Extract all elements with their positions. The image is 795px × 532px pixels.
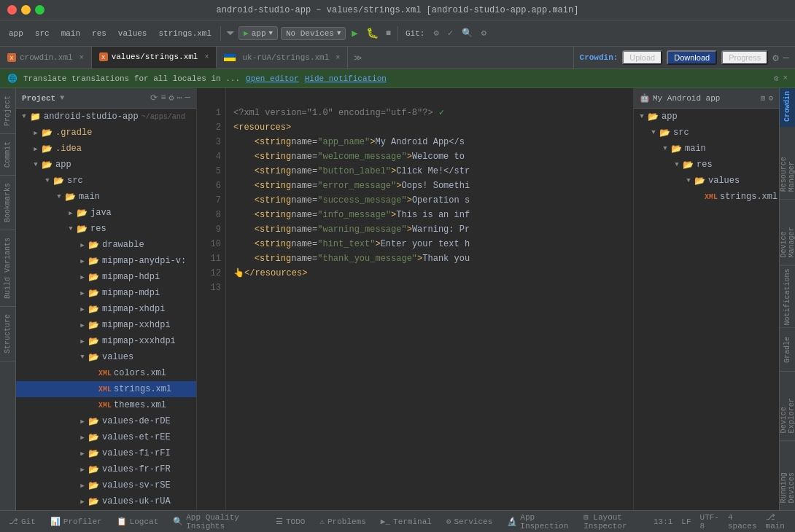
right-tree-main[interactable]: ▼ 📂 main bbox=[634, 141, 779, 157]
maximize-button[interactable] bbox=[35, 5, 44, 15]
close-button[interactable] bbox=[7, 5, 17, 15]
code-content[interactable]: <?xml version="1.0" encoding="utf-8"?> ✓… bbox=[226, 88, 633, 511]
tab-close-strings[interactable]: × bbox=[204, 53, 209, 61]
vtab-notifications[interactable]: Notifications bbox=[780, 266, 795, 328]
tab-close-crowdin[interactable]: × bbox=[80, 54, 84, 62]
menu-src[interactable]: src bbox=[31, 28, 54, 39]
vtab-running-devices[interactable]: Running Devices bbox=[780, 442, 795, 511]
panel-icon-close[interactable]: — bbox=[185, 93, 190, 103]
panel-icon-collapse[interactable]: ≡ bbox=[160, 93, 166, 103]
tree-values-uk[interactable]: ▶ 📂 values-uk-rUA bbox=[16, 493, 196, 509]
app-quality-button[interactable]: 🔍 App Quality Insights bbox=[170, 512, 264, 532]
tree-mipmap-any[interactable]: ▶ 📂 mipmap-anydpi-v: bbox=[16, 253, 196, 269]
crowdin-close-icon[interactable]: — bbox=[783, 52, 789, 63]
tree-mipmap-xhdpi[interactable]: ▶ 📂 mipmap-xhdpi bbox=[16, 301, 196, 317]
terminal-button[interactable]: ▶_ Terminal bbox=[378, 515, 435, 528]
mipmap-xxxhdpi-label: mipmap-xxxhdpi bbox=[102, 336, 176, 346]
tree-themes-xml[interactable]: XML themes.xml bbox=[16, 397, 196, 413]
right-tree-src[interactable]: ▼ 📂 src bbox=[634, 125, 779, 141]
vtab-device-explorer[interactable]: Device Explorer bbox=[780, 372, 795, 441]
vtab-device-manager[interactable]: Device Manager bbox=[780, 200, 795, 265]
vtab-bookmarks[interactable]: Bookmarks bbox=[0, 176, 15, 230]
tree-values-fi[interactable]: ▶ 📂 values-fi-rFI bbox=[16, 445, 196, 461]
tree-strings-xml[interactable]: XML strings.xml bbox=[16, 381, 196, 397]
tree-idea[interactable]: ▶ 📂 .idea bbox=[16, 141, 196, 157]
vtab-build-variants[interactable]: Build Variants bbox=[0, 230, 15, 307]
download-button[interactable]: Download bbox=[667, 50, 717, 65]
tree-values-fr[interactable]: ▶ 📂 values-fr-rFR bbox=[16, 461, 196, 477]
minimize-button[interactable] bbox=[21, 5, 31, 15]
tab-crowdin[interactable]: X crowdin.xml × bbox=[0, 47, 92, 69]
right-tree-strings[interactable]: XML strings.xml bbox=[634, 189, 779, 205]
search-icon[interactable]: 🔍 bbox=[459, 26, 476, 40]
profiler-button[interactable]: 📊 Profiler bbox=[47, 515, 105, 528]
crowdin-side-panel[interactable]: Crowdin bbox=[780, 88, 795, 127]
tab-ua-strings[interactable]: uk-rUA/strings.xml × bbox=[217, 47, 348, 69]
device-dropdown[interactable]: No Devices ▼ bbox=[281, 27, 346, 40]
todo-button[interactable]: ☰ TODO bbox=[273, 515, 308, 528]
git-tool-button[interactable]: ⎇ Git bbox=[6, 515, 39, 528]
tree-mipmap-xxhdpi[interactable]: ▶ 📂 mipmap-xxhdpi bbox=[16, 317, 196, 333]
tree-src[interactable]: ▼ 📂 src bbox=[16, 173, 196, 189]
tree-values-et[interactable]: ▶ 📂 values-et-rEE bbox=[16, 429, 196, 445]
git-settings[interactable]: ⚙ bbox=[430, 26, 441, 40]
vcs-icon[interactable]: ⏷ bbox=[225, 28, 236, 39]
editor[interactable]: 1 2 3 4 5 6 7 8 9 10 11 12 13 <?xml vers… bbox=[197, 88, 633, 511]
panel-icon-settings[interactable]: ⚙ bbox=[168, 93, 174, 103]
tab-more[interactable]: ≫ bbox=[348, 47, 368, 69]
panel-icon-gear[interactable]: ⋯ bbox=[177, 93, 182, 103]
tree-colors-xml[interactable]: XML colors.xml bbox=[16, 365, 196, 381]
crowdin-settings-icon[interactable]: ⚙ bbox=[772, 52, 778, 64]
tree-mipmap-mdpi[interactable]: ▶ 📂 mipmap-mdpi bbox=[16, 285, 196, 301]
menu-app[interactable]: app bbox=[4, 28, 28, 39]
progress-button[interactable]: Progress bbox=[721, 50, 768, 65]
tab-strings[interactable]: X values/strings.xml × bbox=[92, 47, 217, 69]
notification-dismiss-icon[interactable]: × bbox=[783, 74, 788, 83]
upload-button[interactable]: Upload bbox=[622, 50, 662, 65]
vtab-structure[interactable]: Structure bbox=[0, 307, 15, 361]
logcat-button[interactable]: 📋 Logcat bbox=[114, 515, 162, 528]
tree-main[interactable]: ▼ 📂 main bbox=[16, 189, 196, 205]
app-inspection-button[interactable]: 🔬 App Inspection bbox=[504, 512, 575, 532]
vtab-resource-manager[interactable]: Resource Manager bbox=[780, 127, 795, 200]
hide-notification-link[interactable]: Hide notification bbox=[305, 74, 387, 83]
vtab-project[interactable]: Project bbox=[0, 88, 15, 134]
right-panel-settings[interactable]: ⚙ bbox=[768, 93, 773, 103]
panel-icon-refresh[interactable]: ⟳ bbox=[150, 93, 158, 103]
tree-values-de[interactable]: ▶ 📂 values-de-rDE bbox=[16, 413, 196, 429]
notification-settings-icon[interactable]: ⚙ bbox=[774, 74, 779, 83]
tree-root[interactable]: ▼ 📁 android-studio-app ~/apps/and bbox=[16, 109, 196, 125]
tree-app[interactable]: ▼ 📂 app bbox=[16, 157, 196, 173]
right-tree-res[interactable]: ▼ 📂 res bbox=[634, 157, 779, 173]
tree-gradle[interactable]: ▶ 📂 .gradle bbox=[16, 125, 196, 141]
tree-mipmap-xxxhdpi[interactable]: ▶ 📂 mipmap-xxxhdpi bbox=[16, 333, 196, 349]
right-tree-app[interactable]: ▼ 📂 app bbox=[634, 109, 779, 125]
menu-file[interactable]: strings.xml bbox=[154, 28, 216, 39]
tree-mipmap-hdpi[interactable]: ▶ 📂 mipmap-hdpi bbox=[16, 269, 196, 285]
tab-close-ua[interactable]: × bbox=[336, 54, 340, 62]
menu-res[interactable]: res bbox=[88, 28, 111, 39]
window-controls[interactable] bbox=[7, 5, 44, 15]
vtab-commit[interactable]: Commit bbox=[0, 134, 15, 176]
settings-icon[interactable]: ⚙ bbox=[478, 26, 489, 40]
tree-values-sv[interactable]: ▶ 📂 values-sv-rSE bbox=[16, 477, 196, 493]
services-button[interactable]: ⚙ Services bbox=[443, 515, 495, 528]
open-editor-link[interactable]: Open editor bbox=[246, 74, 299, 83]
debug-button[interactable]: 🐛 bbox=[364, 26, 381, 41]
tree-res[interactable]: ▼ 📂 res bbox=[16, 221, 196, 237]
stop-button[interactable]: ■ bbox=[384, 27, 393, 40]
layout-inspector-button[interactable]: ⊞ Layout Inspector bbox=[583, 512, 645, 531]
vcs-check[interactable]: ✓ bbox=[445, 26, 456, 40]
run-button[interactable]: ▶ bbox=[349, 26, 360, 41]
project-dropdown[interactable]: ▼ bbox=[60, 94, 64, 102]
tree-java[interactable]: ▶ 📂 java bbox=[16, 205, 196, 221]
menu-values[interactable]: values bbox=[114, 28, 152, 39]
right-tree-values[interactable]: ▼ 📂 values bbox=[634, 173, 779, 189]
tree-drawable[interactable]: ▶ 📂 drawable bbox=[16, 237, 196, 253]
vtab-gradle[interactable]: Gradle bbox=[780, 328, 795, 372]
problems-button[interactable]: ⚠ Problems bbox=[317, 515, 368, 528]
menu-main[interactable]: main bbox=[57, 28, 85, 39]
tree-values[interactable]: ▼ 📂 values bbox=[16, 349, 196, 365]
run-config-dropdown[interactable]: ▶ app ▼ bbox=[238, 26, 278, 40]
right-panel-expand[interactable]: ⊞ bbox=[761, 93, 766, 103]
